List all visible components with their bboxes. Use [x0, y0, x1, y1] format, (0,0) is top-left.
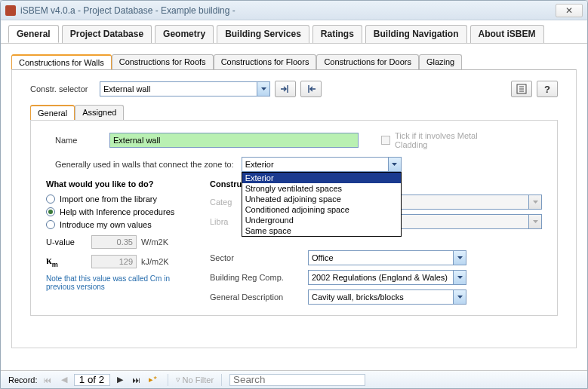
help-button[interactable]: ?	[537, 81, 558, 97]
separator	[168, 374, 168, 386]
inner-tabstrip: General Assigned	[30, 105, 558, 120]
tab-building-navigation[interactable]: Building Navigation	[365, 25, 467, 43]
breg-row: Building Reg Comp.	[210, 270, 542, 285]
uvalue-unit: W/m2K	[141, 237, 168, 247]
no-filter-label: ▿No Filter	[176, 375, 214, 384]
desc-label: General Description	[210, 293, 308, 302]
nav-new-icon[interactable]: ▸*	[146, 374, 160, 386]
tab-project-database[interactable]: Project Database	[62, 25, 152, 43]
left-heading: What would you like to do?	[46, 179, 187, 188]
km-label: κm	[46, 255, 91, 268]
uvalue-label: U-value	[46, 237, 91, 247]
search-input[interactable]	[229, 374, 365, 386]
desc-combo[interactable]	[308, 289, 466, 305]
zone-label: Generally used in walls that connect the…	[55, 160, 234, 169]
record-position[interactable]	[74, 374, 110, 386]
insert-left-button[interactable]	[300, 81, 322, 97]
breg-combo[interactable]	[308, 270, 466, 285]
inner-panel: Name Tick if it involves Metal Cladding …	[30, 120, 558, 316]
chevron-down-icon[interactable]	[453, 290, 466, 304]
desc-input[interactable]	[309, 293, 453, 302]
subtab-roofs[interactable]: Constructions for Roofs	[112, 54, 214, 69]
sector-combo[interactable]	[308, 250, 466, 265]
desc-row: General Description	[210, 289, 542, 305]
sub-tabstrip: Constructions for Walls Constructions fo…	[11, 54, 577, 69]
zone-option[interactable]: Strongly ventilated spaces	[242, 183, 401, 194]
chevron-down-icon[interactable]	[453, 251, 466, 265]
chevron-down-icon[interactable]	[257, 82, 269, 96]
km-row: κm kJ/m2K	[46, 255, 187, 268]
panel: Constr. selector ? General Assigned Name	[11, 69, 577, 348]
chevron-down-icon[interactable]	[388, 158, 401, 171]
radio-label: Help with Inference procedures	[60, 207, 174, 216]
constr-selector-label: Constr. selector	[30, 84, 100, 93]
calculator-button[interactable]	[511, 81, 532, 97]
nav-next-icon[interactable]: ▶	[113, 374, 127, 386]
subtab-walls[interactable]: Constructions for Walls	[11, 54, 112, 69]
record-navigator: Record: ⏮ ◀ ▶ ⏭ ▸* ▿No Filter	[1, 370, 587, 388]
zone-combo[interactable]	[242, 157, 402, 172]
zone-row: Generally used in walls that connect the…	[46, 157, 542, 172]
tab-building-services[interactable]: Building Services	[217, 25, 309, 43]
nav-first-icon[interactable]: ⏮	[41, 374, 54, 386]
chevron-down-icon[interactable]	[453, 271, 466, 284]
uvalue-row: U-value W/m2K	[46, 235, 187, 249]
cladding-label: Tick if it involves Metal Cladding	[395, 131, 478, 149]
title-bar: iSBEM v4.0.a - Project Database - Exampl…	[1, 1, 587, 20]
sector-row: Sector	[210, 250, 542, 265]
subtab-floors[interactable]: Constructions for Floors	[214, 54, 317, 69]
window-title: iSBEM v4.0.a - Project Database - Exampl…	[20, 5, 556, 16]
breg-label: Building Reg Comp.	[210, 273, 308, 282]
app-window: iSBEM v4.0.a - Project Database - Exampl…	[0, 0, 588, 389]
close-button[interactable]: ✕	[556, 4, 583, 17]
km-field	[91, 255, 137, 268]
constr-selector-combo[interactable]	[100, 81, 270, 96]
nav-last-icon[interactable]: ⏭	[130, 374, 143, 386]
zone-option[interactable]: Unheated adjoining space	[242, 194, 401, 204]
uvalue-field	[91, 235, 137, 249]
subtab-doors[interactable]: Constructions for Doors	[316, 54, 419, 69]
main-tabstrip: General Project Database Geometry Buildi…	[1, 20, 587, 44]
sector-label: Sector	[210, 253, 308, 262]
filter-icon: ▿	[176, 375, 180, 384]
constr-selector-row: Constr. selector ?	[30, 81, 558, 97]
chevron-down-icon	[528, 215, 541, 228]
name-input[interactable]	[109, 133, 359, 148]
zone-option[interactable]: Underground	[242, 215, 401, 225]
insert-right-button[interactable]	[275, 81, 296, 97]
constr-selector-input[interactable]	[100, 84, 257, 93]
library-combo	[383, 214, 542, 229]
radio-label: Introduce my own values	[60, 220, 152, 229]
tab-geometry[interactable]: Geometry	[155, 25, 214, 43]
cladding-checkbox[interactable]	[381, 136, 390, 145]
zone-option[interactable]: Conditioned adjoining space	[242, 204, 401, 215]
km-note: Note that this value was called Cm in pr…	[46, 274, 182, 291]
radio-inference[interactable]: Help with Inference procedures	[46, 207, 187, 216]
name-label: Name	[55, 136, 109, 145]
category-combo	[383, 194, 542, 210]
record-label: Record:	[8, 375, 38, 384]
workspace: Constructions for Walls Constructions fo…	[1, 44, 587, 370]
zone-dropdown: Exterior Strongly ventilated spaces Unhe…	[242, 172, 402, 237]
breg-input[interactable]	[309, 273, 453, 282]
km-unit: kJ/m2K	[141, 257, 169, 266]
nav-prev-icon[interactable]: ◀	[57, 374, 71, 386]
app-icon	[5, 5, 16, 16]
sector-input[interactable]	[309, 253, 453, 262]
radio-own[interactable]: Introduce my own values	[46, 220, 187, 229]
zone-option[interactable]: Exterior	[242, 173, 401, 183]
innertab-assigned[interactable]: Assigned	[75, 105, 124, 120]
zone-option[interactable]: Same space	[242, 225, 401, 236]
chevron-down-icon	[528, 195, 541, 209]
zone-input[interactable]	[242, 160, 388, 169]
radio-import[interactable]: Import one from the library	[46, 194, 187, 204]
radio-label: Import one from the library	[60, 194, 157, 204]
name-row: Name Tick if it involves Metal Cladding	[46, 131, 542, 149]
tab-ratings[interactable]: Ratings	[312, 25, 362, 43]
tab-about[interactable]: About iSBEM	[470, 25, 544, 43]
subtab-glazing[interactable]: Glazing	[419, 54, 462, 69]
separator	[221, 374, 222, 386]
innertab-general[interactable]: General	[30, 105, 75, 120]
left-column: What would you like to do? Import one fr…	[46, 179, 187, 309]
tab-general[interactable]: General	[8, 25, 59, 43]
